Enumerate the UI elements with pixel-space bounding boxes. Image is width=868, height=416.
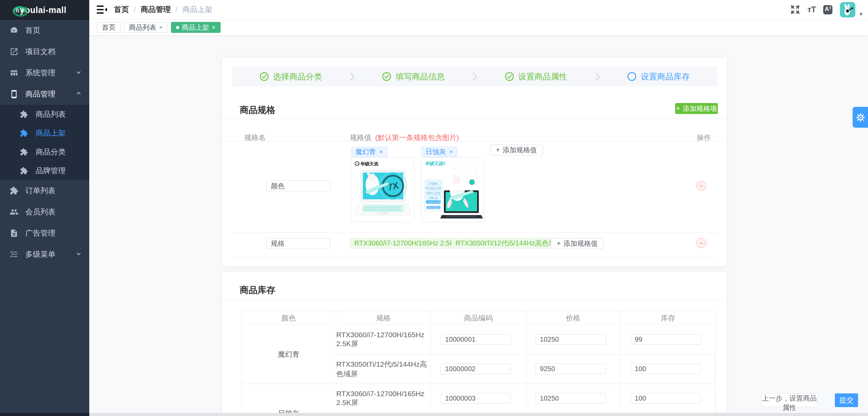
stock-input[interactable]: [630, 393, 701, 404]
check-circle-icon: [382, 72, 391, 81]
stock-spec-cell: RTX3050tTi/12代i5/144Hz高色域屏: [336, 354, 431, 384]
sidebar-item-goods-publish[interactable]: 商品上架: [0, 124, 89, 142]
puzzle-icon: [10, 186, 18, 195]
stock-col-spec: 规格: [336, 311, 431, 325]
puzzle-icon: [20, 166, 29, 175]
tab-home[interactable]: 首页: [97, 22, 121, 33]
hamburger-icon[interactable]: [97, 5, 107, 14]
spec-image-laptop-a[interactable]: TX 华硕天选 7X: [351, 157, 414, 222]
breadcrumb-goods[interactable]: 商品管理: [141, 4, 171, 15]
divider: [222, 141, 727, 142]
stock-col-sku: 商品编码: [431, 311, 526, 325]
breadcrumb: 首页 / 商品管理 / 商品上架: [114, 0, 212, 19]
remove-spec-row-button[interactable]: −: [696, 238, 706, 248]
dashboard-icon: [10, 26, 18, 35]
stock-col-price: 价格: [526, 311, 621, 325]
divider: [232, 232, 717, 233]
caret-down-icon[interactable]: ▼: [859, 12, 863, 17]
font-size-icon[interactable]: тT: [807, 5, 816, 14]
check-circle-icon: [505, 72, 514, 81]
close-icon[interactable]: ×: [379, 148, 383, 155]
sidebar-item-multilevel[interactable]: 多级菜单: [0, 244, 89, 265]
sku-input[interactable]: [440, 393, 511, 404]
remove-spec-row-button[interactable]: −: [696, 181, 706, 191]
add-spec-value-button[interactable]: + 添加规格值: [490, 144, 543, 155]
spec-image-laptop-b[interactable]: 华硕天选3 12代酷睿7 RTX3060 140W 165Hz 2.5K屏 双显…: [421, 157, 484, 222]
sidebar-item-orders[interactable]: 订单列表: [0, 180, 89, 201]
minus-icon: −: [699, 182, 703, 189]
bottom-scrollbar-track[interactable]: [89, 413, 868, 416]
goods-submenu: 商品列表 商品上架 商品分类 品牌管理: [0, 105, 89, 180]
spec-value-tag[interactable]: 日蚀灰 ×: [421, 147, 458, 157]
spec-col-note: (默认第一条规格包含图片): [375, 133, 459, 142]
sidebar-menu: 首页 项目文档 系统管理 商品管理 商品列表: [0, 20, 89, 265]
sidebar-item-label: 商品列表: [36, 109, 66, 119]
tab-goods-publish[interactable]: 商品上架 ×: [171, 22, 221, 33]
steps-bar: 选择商品分类 填写商品信息 设置商品属性 设置商品库存: [232, 67, 717, 86]
sku-input[interactable]: [440, 364, 511, 374]
step-label: 设置商品属性: [518, 71, 567, 82]
spec-card: 选择商品分类 填写商品信息 设置商品属性 设置商品库存 商品规格 + 添加规格项: [222, 57, 727, 267]
tab-label: 商品列表: [129, 22, 156, 33]
step-label: 选择商品分类: [273, 71, 322, 82]
tree-list-icon: [10, 250, 18, 259]
step-label: 填写商品信息: [395, 71, 445, 82]
sidebar-item-label: 多级菜单: [25, 249, 55, 260]
settings-fab[interactable]: [853, 107, 868, 128]
step-select-category: 选择商品分类: [232, 71, 350, 82]
price-input[interactable]: [536, 364, 606, 374]
sidebar-item-label: 会员列表: [25, 207, 55, 217]
stock-input[interactable]: [630, 334, 701, 345]
close-icon[interactable]: ×: [449, 148, 453, 155]
svg-text:双显三模: 双显三模: [429, 197, 438, 199]
breadcrumb-separator: /: [134, 5, 136, 14]
close-icon[interactable]: ×: [212, 22, 216, 33]
spec-card-title: 商品规格: [240, 104, 275, 116]
svg-text:165Hz 2.5K屏: 165Hz 2.5K屏: [426, 192, 440, 194]
sidebar-item-members[interactable]: 会员列表: [0, 201, 89, 223]
price-input[interactable]: [536, 334, 606, 345]
sidebar-item-label: 订单列表: [25, 186, 55, 196]
add-spec-value-button[interactable]: + 添加规格值: [551, 238, 604, 249]
logo[interactable]: 有来 youlai-mall: [0, 0, 89, 20]
spec-name-input[interactable]: [266, 238, 330, 249]
sidebar-item-ads[interactable]: 广告管理: [0, 223, 89, 244]
divider: [222, 118, 727, 119]
sidebar-item-goods[interactable]: 商品管理: [0, 84, 89, 105]
submit-button[interactable]: 提交: [835, 393, 858, 407]
translate-icon[interactable]: A 文: [823, 5, 832, 14]
sidebar-item-docs[interactable]: 项目文档: [0, 41, 89, 62]
sidebar-bottom-strip: [0, 413, 89, 416]
sidebar-item-label: 品牌管理: [36, 166, 66, 176]
spec-name-input[interactable]: [266, 180, 330, 191]
svg-text:3.9 12:00-3.17 23:59: 3.9 12:00-3.17 23:59: [424, 201, 442, 203]
stock-input[interactable]: [630, 364, 701, 374]
step-separator-icon: [472, 72, 477, 82]
avatar[interactable]: [840, 2, 855, 17]
prev-step-button[interactable]: 上一步，设置商品属性: [761, 393, 817, 407]
sidebar-item-goods-list[interactable]: 商品列表: [0, 105, 89, 124]
svg-text:¥8999: ¥8999: [426, 204, 440, 210]
puzzle-icon: [20, 148, 29, 156]
sidebar-item-goods-category[interactable]: 商品分类: [0, 142, 89, 161]
sidebar-item-brand[interactable]: 品牌管理: [0, 161, 89, 180]
check-circle-icon: [260, 72, 269, 81]
spec-value-tag[interactable]: 魔幻青 ×: [351, 147, 387, 157]
add-spec-item-button[interactable]: + 添加规格项: [675, 103, 718, 114]
divider: [232, 257, 717, 257]
sidebar-item-system[interactable]: 系统管理: [0, 62, 89, 84]
fullscreen-icon[interactable]: [790, 5, 800, 14]
close-icon[interactable]: ×: [159, 22, 163, 33]
sku-input[interactable]: [440, 334, 511, 345]
svg-text:华硕天选3: 华硕天选3: [425, 161, 445, 166]
sidebar-item-label: 商品管理: [25, 89, 55, 99]
document-icon: [10, 229, 18, 238]
step-set-attrs: 设置商品属性: [477, 71, 595, 82]
svg-text:华硕天选: 华硕天选: [360, 161, 379, 166]
tab-goods-list[interactable]: 商品列表 ×: [124, 22, 168, 33]
sidebar-item-label: 首页: [25, 25, 40, 36]
sidebar-item-home[interactable]: 首页: [0, 20, 89, 41]
price-input[interactable]: [536, 393, 606, 404]
breadcrumb-home[interactable]: 首页: [114, 4, 129, 15]
sidebar-item-label: 商品上架: [36, 128, 66, 138]
